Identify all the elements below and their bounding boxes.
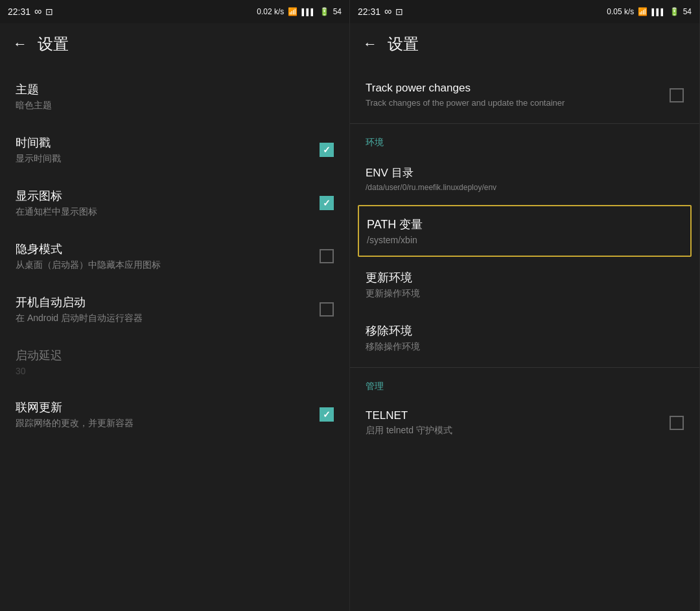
setting-network-update-checkbox[interactable] (320, 407, 334, 422)
left-wifi-icon: 📶 (288, 7, 298, 16)
setting-env-dir-text: ENV 目录 /data/user/0/ru.meefik.linuxdeplo… (366, 165, 684, 192)
setting-telnet-checkbox[interactable] (670, 416, 684, 430)
setting-track-power-subtitle: Track changes of the power and update th… (366, 97, 670, 109)
right-page-title: 设置 (388, 34, 419, 54)
right-time: 22:31 (358, 6, 380, 17)
right-sim-icon: ⊡ (395, 6, 403, 17)
setting-timestamp-subtitle: 显示时间戳 (16, 153, 320, 165)
right-signal-icon: ▌▌▌ (651, 8, 665, 16)
left-settings-list: 主题 暗色主题 时间戳 显示时间戳 显示图标 在通知栏中显示图标 隐身模式 从桌 (0, 65, 349, 611)
setting-autostart-subtitle: 在 Android 启动时自动运行容器 (16, 313, 320, 324)
right-header: ← 设置 (350, 23, 699, 65)
setting-theme-title: 主题 (16, 82, 334, 97)
setting-autostart-text: 开机自动启动 在 Android 启动时自动运行容器 (16, 294, 320, 324)
setting-show-icon-title: 显示图标 (16, 188, 320, 204)
setting-start-delay-value: 30 (16, 366, 334, 376)
setting-start-delay-title: 启动延迟 (16, 348, 334, 363)
left-speed: 0.02 k/s (257, 7, 284, 16)
setting-remove-env-text: 移除环境 移除操作环境 (366, 323, 684, 353)
left-sim-icon: ⊡ (45, 6, 53, 17)
setting-remove-env-title: 移除环境 (366, 323, 684, 339)
setting-network-update-title: 联网更新 (16, 400, 320, 415)
left-status-bar: 22:31 ∞ ⊡ 0.02 k/s 📶 ▌▌▌ 🔋 54 (0, 0, 349, 23)
right-wifi-icon: 📶 (638, 7, 648, 16)
setting-remove-env[interactable]: 移除环境 移除操作环境 (350, 311, 699, 365)
setting-path-var[interactable]: PATH 变量 /system/xbin (358, 205, 692, 257)
setting-timestamp[interactable]: 时间戳 显示时间戳 (0, 123, 349, 176)
setting-show-icon-subtitle: 在通知栏中显示图标 (16, 206, 320, 218)
setting-update-env[interactable]: 更新环境 更新操作环境 (350, 258, 699, 311)
left-battery-icon: 🔋 (320, 7, 329, 16)
setting-autostart[interactable]: 开机自动启动 在 Android 启动时自动运行容器 (0, 283, 349, 336)
right-battery-icon: 🔋 (670, 7, 679, 16)
setting-remove-env-subtitle: 移除操作环境 (366, 341, 684, 353)
setting-track-power-text: Track power changes Track changes of the… (366, 82, 670, 109)
setting-path-var-subtitle: /system/xbin (367, 235, 682, 245)
setting-track-power[interactable]: Track power changes Track changes of the… (350, 70, 699, 121)
right-settings-list: Track power changes Track changes of the… (350, 65, 699, 611)
setting-stealth[interactable]: 隐身模式 从桌面（启动器）中隐藏本应用图标 (0, 230, 349, 283)
left-status-left: 22:31 ∞ ⊡ (8, 6, 53, 18)
setting-timestamp-title: 时间戳 (16, 135, 320, 150)
setting-show-icon-checkbox[interactable] (320, 196, 334, 210)
left-header: ← 设置 (0, 23, 349, 65)
left-status-right: 0.02 k/s 📶 ▌▌▌ 🔋 54 (257, 7, 342, 16)
setting-track-power-title: Track power changes (366, 82, 670, 95)
setting-show-icon[interactable]: 显示图标 在通知栏中显示图标 (0, 176, 349, 230)
right-battery-level: 54 (683, 7, 692, 16)
setting-autostart-title: 开机自动启动 (16, 294, 320, 310)
right-status-right: 0.05 k/s 📶 ▌▌▌ 🔋 54 (607, 7, 692, 16)
setting-autostart-checkbox[interactable] (320, 302, 334, 317)
setting-telnet-subtitle: 启用 telnetd 守护模式 (366, 425, 670, 437)
left-signal-icon: ▌▌▌ (301, 8, 315, 16)
setting-timestamp-text: 时间戳 显示时间戳 (16, 135, 320, 165)
setting-telnet-title: TELNET (366, 409, 670, 422)
setting-env-dir-subtitle: /data/user/0/ru.meefik.linuxdeploy/env (366, 183, 684, 192)
left-infinity-icon: ∞ (34, 6, 41, 18)
setting-show-icon-text: 显示图标 在通知栏中显示图标 (16, 188, 320, 218)
setting-theme-subtitle: 暗色主题 (16, 100, 334, 112)
setting-env-dir[interactable]: ENV 目录 /data/user/0/ru.meefik.linuxdeplo… (350, 154, 699, 204)
setting-track-power-checkbox[interactable] (670, 88, 684, 102)
setting-network-update-text: 联网更新 跟踪网络的更改，并更新容器 (16, 400, 320, 429)
setting-stealth-checkbox[interactable] (320, 249, 334, 263)
setting-theme[interactable]: 主题 暗色主题 (0, 70, 349, 123)
section-label-env: 环境 (350, 126, 699, 154)
setting-stealth-title: 隐身模式 (16, 241, 320, 257)
left-back-button[interactable]: ← (13, 36, 27, 53)
setting-theme-text: 主题 暗色主题 (16, 82, 334, 112)
setting-path-var-text: PATH 变量 /system/xbin (367, 217, 682, 245)
left-panel: 22:31 ∞ ⊡ 0.02 k/s 📶 ▌▌▌ 🔋 54 ← 设置 主题 暗色… (0, 0, 350, 611)
setting-network-update[interactable]: 联网更新 跟踪网络的更改，并更新容器 (0, 388, 349, 441)
divider-1 (350, 123, 699, 124)
setting-telnet[interactable]: TELNET 启用 telnetd 守护模式 (350, 398, 699, 448)
right-status-left: 22:31 ∞ ⊡ (358, 6, 403, 18)
setting-network-update-subtitle: 跟踪网络的更改，并更新容器 (16, 418, 320, 429)
setting-stealth-subtitle: 从桌面（启动器）中隐藏本应用图标 (16, 259, 320, 271)
setting-env-dir-title: ENV 目录 (366, 165, 684, 180)
left-page-title: 设置 (38, 34, 69, 54)
setting-start-delay-text: 启动延迟 30 (16, 348, 334, 376)
right-status-bar: 22:31 ∞ ⊡ 0.05 k/s 📶 ▌▌▌ 🔋 54 (350, 0, 699, 23)
setting-update-env-subtitle: 更新操作环境 (366, 288, 684, 300)
setting-update-env-text: 更新环境 更新操作环境 (366, 270, 684, 300)
left-battery-level: 54 (333, 7, 342, 16)
setting-path-var-title: PATH 变量 (367, 217, 682, 232)
section-label-mgmt: 管理 (350, 370, 699, 398)
right-panel: 22:31 ∞ ⊡ 0.05 k/s 📶 ▌▌▌ 🔋 54 ← 设置 Track… (350, 0, 700, 611)
setting-timestamp-checkbox[interactable] (320, 143, 334, 157)
setting-update-env-title: 更新环境 (366, 270, 684, 285)
setting-stealth-text: 隐身模式 从桌面（启动器）中隐藏本应用图标 (16, 241, 320, 271)
setting-start-delay: 启动延迟 30 (0, 336, 349, 388)
right-infinity-icon: ∞ (384, 6, 391, 18)
right-speed: 0.05 k/s (607, 7, 634, 16)
left-time: 22:31 (8, 6, 30, 17)
divider-2 (350, 367, 699, 368)
setting-telnet-text: TELNET 启用 telnetd 守护模式 (366, 409, 670, 437)
right-back-button[interactable]: ← (363, 36, 377, 53)
